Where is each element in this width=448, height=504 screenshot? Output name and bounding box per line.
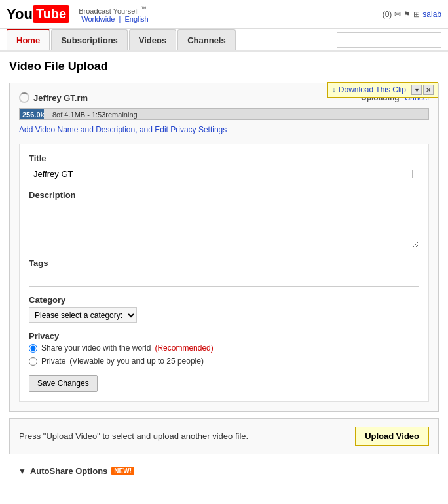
page-content: Video File Upload ↓ Download This Clip ▾… xyxy=(0,52,448,489)
email-icon: ✉ xyxy=(394,10,401,19)
spinner-icon xyxy=(19,92,29,103)
filename: Jeffrey GT.rm xyxy=(33,93,88,103)
privacy-option-public: Share your video with the world (Recomme… xyxy=(29,343,419,353)
progress-label: 256.0k xyxy=(22,109,45,120)
header: YouTube Broadcast Yourself ™ Worldwide |… xyxy=(0,0,448,29)
upload-prompt-text: Press "Upload Video" to select and uploa… xyxy=(19,431,248,441)
upload-video-button[interactable]: Upload Video xyxy=(355,427,429,446)
description-input[interactable] xyxy=(29,203,419,248)
autoshare-section[interactable]: ▼ AutoShare Options NEW! xyxy=(9,461,439,481)
title-input[interactable] xyxy=(29,166,419,182)
header-icons: ✉ ⚑ ⊞ xyxy=(394,10,420,19)
minimize-button[interactable]: ▾ xyxy=(411,85,422,95)
tab-channels[interactable]: Channels xyxy=(177,29,236,50)
upload-container: ↓ Download This Clip ▾ ✕ Jeffrey GT.rm U… xyxy=(9,83,439,412)
save-changes-button[interactable]: Save Changes xyxy=(29,375,98,392)
privacy-radio-public[interactable] xyxy=(29,344,37,353)
form-section: Title | Description Tags Category Please… xyxy=(19,144,429,402)
privacy-section: Privacy Share your video with the world … xyxy=(29,331,419,366)
page-title: Video File Upload xyxy=(9,60,439,73)
tab-subscriptions[interactable]: Subscriptions xyxy=(51,29,128,50)
filename-area: Jeffrey GT.rm xyxy=(19,92,88,103)
logo-area: YouTube Broadcast Yourself ™ Worldwide |… xyxy=(7,5,149,23)
broadcast-text: Broadcast Yourself ™ xyxy=(79,5,148,15)
description-label: Description xyxy=(29,190,419,200)
progress-text: 8of 4.1MB - 1:53remaining xyxy=(52,109,138,120)
logo-tube: Tube xyxy=(33,5,69,23)
progress-fill: 256.0k xyxy=(20,109,44,119)
download-bar-controls: ▾ ✕ xyxy=(411,85,434,95)
flag-icon: ⚑ xyxy=(403,10,411,19)
download-icon: ↓ xyxy=(332,85,336,94)
progress-bar: 256.0k 8of 4.1MB - 1:53remaining xyxy=(19,108,429,120)
privacy-private-note: (Viewable by you and up to 25 people) xyxy=(69,357,204,366)
privacy-radio-private[interactable] xyxy=(29,357,37,366)
header-right: (0) ✉ ⚑ ⊞ salab xyxy=(383,10,441,19)
tab-home[interactable]: Home xyxy=(7,29,50,50)
privacy-label: Privacy xyxy=(29,331,419,341)
locale-links: Worldwide | English xyxy=(81,15,148,23)
notification-count: (0) xyxy=(383,10,392,19)
worldwide-link[interactable]: Worldwide xyxy=(81,15,115,23)
close-button[interactable]: ✕ xyxy=(423,85,434,95)
category-label: Category xyxy=(29,295,419,305)
username[interactable]: salab xyxy=(422,10,441,19)
privacy-private-text: Private xyxy=(41,357,65,366)
category-select[interactable]: Please select a category: Film & Animati… xyxy=(29,307,137,323)
bottom-upload-bar: Press "Upload Video" to select and uploa… xyxy=(9,418,439,454)
privacy-public-text: Share your video with the world xyxy=(41,343,151,353)
nav-search xyxy=(337,32,441,48)
download-bar: ↓ Download This Clip ▾ ✕ xyxy=(327,82,438,98)
download-clip-button[interactable]: Download This Clip xyxy=(339,85,406,94)
search-input[interactable] xyxy=(337,32,441,48)
category-select-wrap: Please select a category: Film & Animati… xyxy=(29,307,419,323)
cursor-indicator: | xyxy=(412,168,414,178)
new-badge: NEW! xyxy=(111,467,134,475)
privacy-recommended-note: (Recommended) xyxy=(155,343,213,353)
autoshare-chevron-icon: ▼ xyxy=(18,467,26,476)
tags-label: Tags xyxy=(29,258,419,268)
nav: Home Subscriptions Videos Channels xyxy=(0,29,448,52)
youtube-logo[interactable]: YouTube xyxy=(7,5,69,23)
settings-icon: ⊞ xyxy=(413,10,420,19)
privacy-option-private: Private (Viewable by you and up to 25 pe… xyxy=(29,357,419,366)
tags-input[interactable] xyxy=(29,271,419,287)
tab-videos[interactable]: Videos xyxy=(129,29,176,50)
edit-link[interactable]: Add Video Name and Description, and Edit… xyxy=(19,125,429,134)
english-link[interactable]: English xyxy=(124,15,148,23)
autoshare-label: AutoShare Options xyxy=(30,466,107,476)
logo-you: You xyxy=(7,6,33,23)
title-label: Title xyxy=(29,153,419,163)
